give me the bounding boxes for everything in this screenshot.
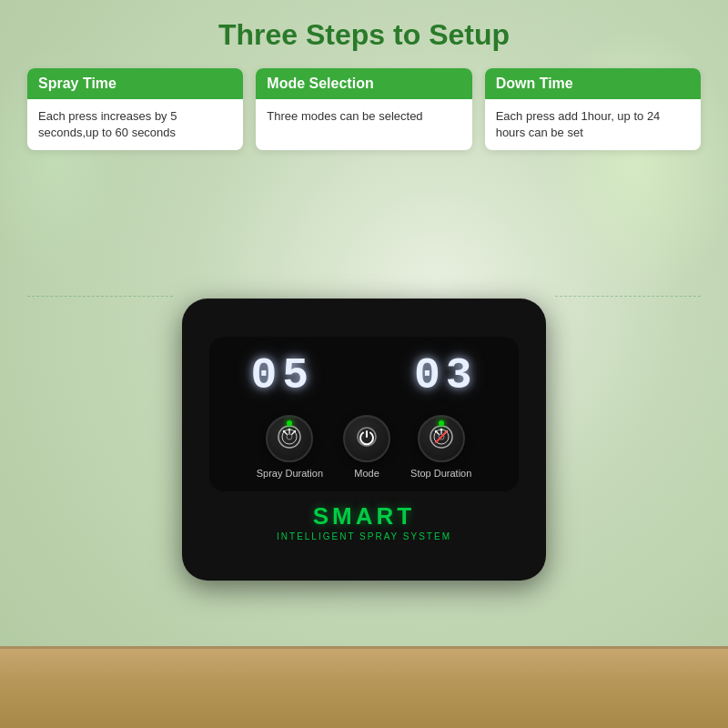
- page-title: Three Steps to Setup: [218, 18, 510, 52]
- card-spray-time-body: Each press increases by 5 seconds,up to …: [27, 99, 243, 150]
- svg-point-5: [283, 430, 285, 432]
- stop-indicator: [439, 420, 444, 426]
- card-down-time-body: Each press add 1hour, up to 24 hours can…: [485, 99, 701, 150]
- main-content: Three Steps to Setup Spray Time Each pre…: [0, 0, 728, 728]
- mode-button[interactable]: [343, 415, 390, 462]
- svg-point-6: [288, 429, 290, 430]
- cards-row: Spray Time Each press increases by 5 sec…: [27, 68, 701, 150]
- device-wrapper: 05 03: [27, 168, 701, 710]
- card-spray-time-header: Spray Time: [27, 68, 243, 99]
- card-mode-selection-body: Three modes can be selected: [256, 99, 471, 150]
- display-spray: 05: [250, 351, 314, 400]
- card-mode-selection: Mode Selection Three modes can be select…: [256, 68, 471, 150]
- spray-duration-button[interactable]: [266, 415, 313, 462]
- power-icon: [354, 424, 379, 453]
- svg-point-16: [440, 429, 441, 430]
- stop-btn-group: Stop Duration: [410, 415, 471, 479]
- svg-point-15: [434, 430, 436, 432]
- card-down-time: Down Time Each press add 1hour, up to 24…: [485, 68, 701, 150]
- svg-point-8: [287, 434, 292, 440]
- brand-sub: INTELLIGENT SPRAY SYSTEM: [277, 531, 451, 541]
- spray-duration-label: Spray Duration: [257, 468, 323, 479]
- spray-indicator: [287, 420, 292, 426]
- card-mode-selection-header: Mode Selection: [256, 68, 471, 99]
- mode-label: Mode: [354, 468, 379, 479]
- spray-icon: [277, 424, 302, 453]
- brand-smart: SMART: [277, 502, 451, 531]
- card-down-time-header: Down Time: [485, 68, 701, 99]
- stop-duration-label: Stop Duration: [410, 468, 471, 479]
- spray-btn-group: Spray Duration: [257, 415, 323, 479]
- mode-btn-group: Mode: [343, 415, 390, 479]
- display-stop: 03: [414, 351, 478, 400]
- device-screen: 05 03: [209, 337, 519, 491]
- stop-icon: [429, 424, 454, 453]
- stop-duration-button[interactable]: [418, 415, 465, 462]
- digits-row: 05 03: [250, 351, 477, 400]
- brand-row: SMART INTELLIGENT SPRAY SYSTEM: [277, 502, 451, 541]
- smart-device: 05 03: [182, 298, 546, 581]
- svg-point-7: [294, 430, 296, 432]
- card-spray-time: Spray Time Each press increases by 5 sec…: [27, 68, 243, 150]
- buttons-row: Spray Duration: [257, 415, 472, 479]
